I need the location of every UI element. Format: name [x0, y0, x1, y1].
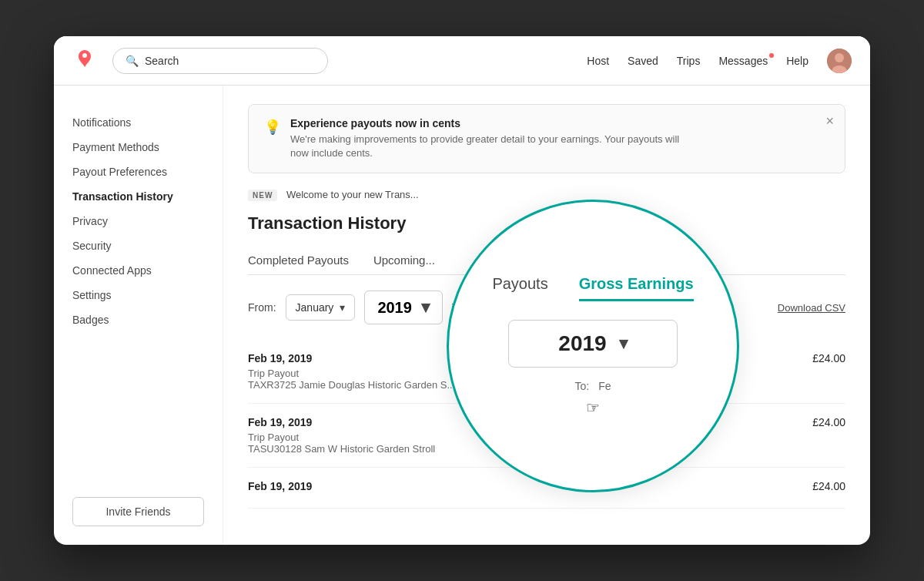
new-badge: NEW	[248, 190, 277, 201]
from-month-value: January	[296, 301, 334, 314]
transaction-description: TAXR3725 Jamie Douglas Historic Garden S…	[248, 379, 455, 391]
nav-host[interactable]: Host	[587, 55, 609, 67]
transaction-amount: £24.00	[812, 480, 845, 492]
banner-desc: We're making improvements to provide gre…	[290, 133, 691, 160]
device-frame: 🔍 Search Host Saved Trips Messages Help …	[54, 36, 870, 545]
zoom-overlay: Payouts Gross Earnings 2019 ▾ To: Fe	[447, 200, 739, 492]
sidebar-item-transaction-history[interactable]: Transaction History	[54, 184, 223, 209]
chevron-down-icon: ▾	[340, 301, 345, 314]
sidebar-item-connected-apps[interactable]: Connected Apps	[54, 258, 223, 283]
year-value: 2019	[377, 299, 412, 317]
cursor-icon: ☞	[480, 398, 706, 417]
from-month-select[interactable]: January ▾	[286, 294, 356, 321]
nav-help[interactable]: Help	[786, 55, 808, 67]
search-input-label: Search	[145, 55, 179, 67]
sidebar-item-privacy[interactable]: Privacy	[54, 209, 223, 233]
transaction-amount: £24.00	[812, 352, 845, 364]
from-label: From:	[248, 301, 276, 314]
content-area: 💡 Experience payouts now in cents We're …	[223, 86, 870, 545]
to-value-zoom: Fe	[598, 380, 611, 392]
zoom-year-value: 2019	[558, 331, 606, 356]
zoom-inner: Payouts Gross Earnings 2019 ▾ To: Fe	[449, 244, 737, 448]
airbnb-logo[interactable]	[72, 49, 97, 73]
banner-content: Experience payouts now in cents We're ma…	[290, 117, 691, 160]
nav-messages[interactable]: Messages	[718, 55, 768, 67]
svg-point-1	[835, 53, 844, 62]
banner: 💡 Experience payouts now in cents We're …	[248, 104, 845, 173]
to-label-zoom: To:	[574, 380, 589, 392]
zoom-tab-gross-earnings[interactable]: Gross Earnings	[579, 275, 694, 301]
sidebar-invite: Invite Friends	[72, 497, 204, 526]
welcome-text: Welcome to your new Trans...	[286, 189, 419, 200]
sidebar-item-settings[interactable]: Settings	[54, 283, 223, 307]
header: 🔍 Search Host Saved Trips Messages Help	[54, 36, 870, 86]
tab-upcoming[interactable]: Upcoming...	[373, 246, 450, 274]
avatar[interactable]	[827, 49, 852, 73]
header-nav: Host Saved Trips Messages Help	[587, 49, 852, 73]
invite-friends-button[interactable]: Invite Friends	[72, 497, 204, 526]
sidebar-item-security[interactable]: Security	[54, 233, 223, 258]
transaction-description: TASU30128 Sam W Historic Garden Stroll	[248, 443, 435, 455]
transaction-type: Trip Payout	[248, 368, 455, 379]
zoom-tabs: Payouts Gross Earnings	[480, 275, 706, 301]
zoom-year-select[interactable]: 2019 ▾	[508, 320, 678, 368]
chevron-down-icon: ▾	[619, 334, 628, 354]
transaction-amount: £24.00	[812, 416, 845, 428]
transaction-type: Trip Payout	[248, 432, 435, 443]
search-icon: 🔍	[126, 55, 139, 67]
main-layout: Notifications Payment Methods Payout Pre…	[54, 86, 870, 545]
transaction-date: Feb 19, 2019	[248, 352, 455, 364]
sidebar: Notifications Payment Methods Payout Pre…	[54, 86, 223, 545]
sidebar-nav: Notifications Payment Methods Payout Pre…	[54, 110, 223, 485]
close-icon[interactable]: ×	[825, 114, 834, 128]
welcome-bar: NEW Welcome to your new Trans...	[248, 189, 845, 201]
year-select[interactable]: 2019 ▾	[364, 290, 443, 324]
nav-trips[interactable]: Trips	[677, 55, 701, 67]
transaction-info: Feb 19, 2019	[248, 480, 312, 495]
bulb-icon: 💡	[264, 119, 281, 136]
transaction-info: Feb 19, 2019 Trip Payout TAXR3725 Jamie …	[248, 352, 455, 391]
search-bar[interactable]: 🔍 Search	[112, 48, 328, 74]
sidebar-item-badges[interactable]: Badges	[54, 307, 223, 332]
transaction-date: Feb 19, 2019	[248, 416, 435, 428]
sidebar-item-notifications[interactable]: Notifications	[54, 110, 223, 135]
download-csv-link[interactable]: Download CSV	[778, 302, 845, 314]
zoom-tab-payouts[interactable]: Payouts	[492, 275, 547, 301]
transaction-date: Feb 19, 2019	[248, 480, 312, 492]
transaction-info: Feb 19, 2019 Trip Payout TASU30128 Sam W…	[248, 416, 435, 455]
sidebar-item-payment-methods[interactable]: Payment Methods	[54, 135, 223, 160]
banner-title: Experience payouts now in cents	[290, 117, 691, 129]
nav-saved[interactable]: Saved	[628, 55, 658, 67]
tab-completed-payouts[interactable]: Completed Payouts	[248, 246, 364, 274]
sidebar-item-payout-preferences[interactable]: Payout Preferences	[54, 160, 223, 184]
chevron-down-icon: ▾	[421, 297, 430, 317]
